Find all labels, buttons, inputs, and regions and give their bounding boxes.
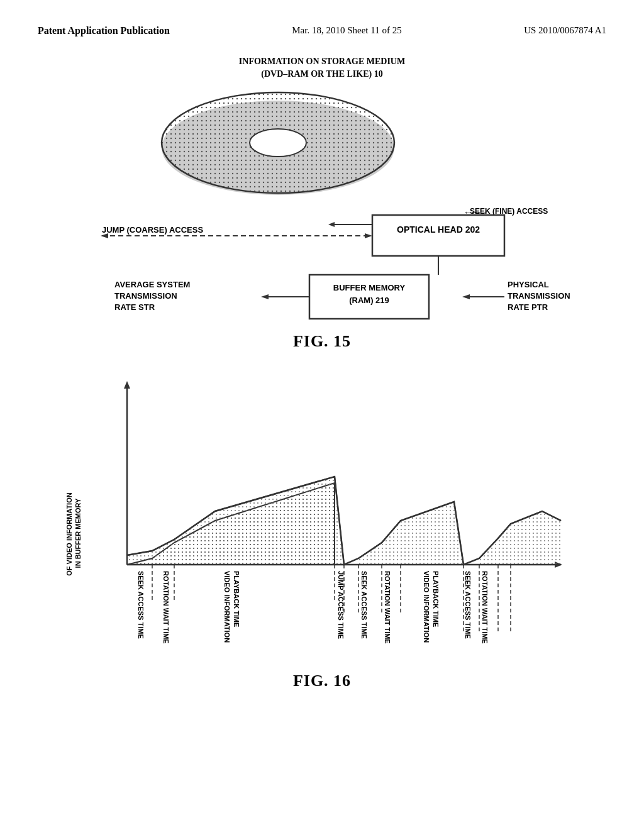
fig15-diagram: INFORMATION ON STORAGE MEDIUM (DVD–RAM O… [64,55,580,332]
svg-text:SEEK ACCESS TIME: SEEK ACCESS TIME [360,571,368,639]
svg-marker-27 [462,294,470,299]
info-label: INFORMATION ON STORAGE MEDIUM (DVD–RAM O… [64,55,580,80]
svg-rect-11 [372,215,504,256]
svg-text:PLAYBACK TIME: PLAYBACK TIME [233,571,240,627]
svg-text:SEEK ACCESS TIME: SEEK ACCESS TIME [137,571,145,639]
svg-text:TEMPORARY SAVED AMOUNT
       : TEMPORARY SAVED AMOUNT OF VIDEO INFORMAT… [64,482,82,585]
svg-text:SEEK ACCESS TIME: SEEK ACCESS TIME [464,571,472,639]
patent-number: US 2010/0067874 A1 [524,25,606,36]
publication-label: Patent Application Publication [38,25,170,36]
sheet-info: Mar. 18, 2010 Sheet 11 of 25 [292,25,401,36]
svg-text:RATE STR: RATE STR [114,302,155,312]
svg-text:PHYSICAL: PHYSICAL [508,280,549,289]
svg-text:JUMP (COARSE) ACCESS: JUMP (COARSE) ACCESS [102,225,203,235]
page: Patent Application Publication Mar. 18, … [0,0,644,830]
svg-text:TRANSMISSION: TRANSMISSION [114,291,177,301]
svg-text:PLAYBACK TIME: PLAYBACK TIME [432,571,440,627]
fig15-label: FIG. 15 [38,332,606,351]
fig15-svg: ←---→ SEEK (FINE) ACCESS OPTICAL HEAD 20… [64,80,580,331]
svg-marker-16 [365,233,372,238]
svg-text:ROTATION WAIT TIME: ROTATION WAIT TIME [384,571,391,644]
svg-text:AVERAGE SYSTEM: AVERAGE SYSTEM [114,280,190,289]
fig16-svg: TEMPORARY SAVED AMOUNT OF VIDEO INFORMAT… [64,370,580,678]
svg-marker-41 [358,502,464,565]
svg-marker-40 [127,477,344,565]
svg-text:VIDEO INFORMATION: VIDEO INFORMATION [423,571,430,643]
svg-marker-8 [328,222,335,227]
svg-text:VIDEO INFORMATION: VIDEO INFORMATION [223,571,231,643]
svg-text:BUFFER MEMORY: BUFFER MEMORY [333,283,406,292]
svg-point-4 [250,129,306,157]
svg-marker-34 [124,381,130,389]
svg-text:TRANSMISSION: TRANSMISSION [508,291,570,301]
page-header: Patent Application Publication Mar. 18, … [38,25,606,36]
svg-text:JUMP ACCESS TIME: JUMP ACCESS TIME [337,571,345,639]
fig16-diagram: TEMPORARY SAVED AMOUNT OF VIDEO INFORMAT… [64,370,580,678]
svg-text:ROTATION WAIT TIME: ROTATION WAIT TIME [162,571,170,644]
svg-text:(RAM) 219: (RAM) 219 [349,296,389,305]
svg-marker-22 [261,294,269,299]
svg-text:OPTICAL HEAD 202: OPTICAL HEAD 202 [397,224,480,235]
svg-text:RATE PTR: RATE PTR [508,302,548,312]
svg-text:ROTATION WAIT TIME: ROTATION WAIT TIME [481,571,489,644]
